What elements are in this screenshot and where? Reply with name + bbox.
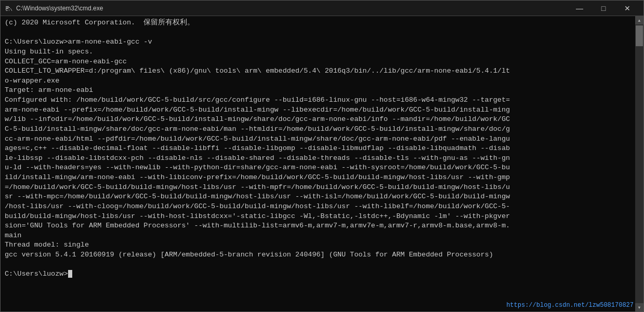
scroll-up-button[interactable]: ▲ [635,16,643,24]
scroll-down-button[interactable]: ▼ [635,303,643,311]
svg-rect-1 [6,6,9,7]
title-bar: C:\ C:\Windows\system32\cmd.exe — □ ✕ [1,1,643,16]
scrollbar[interactable]: ▲ ▼ [635,16,643,311]
window-title: C:\Windows\system32\cmd.exe [16,5,568,12]
content-area: (c) 2020 Microsoft Corporation. 保留所有权利。 … [1,16,643,311]
cmd-window: C:\ C:\Windows\system32\cmd.exe — □ ✕ (c… [0,0,644,312]
cmd-icon: C:\ [5,4,13,12]
close-button[interactable]: ✕ [615,1,639,16]
watermark: https://blog.csdn.net/lzw508170827 [506,302,634,309]
maximize-button[interactable]: □ [592,1,615,16]
window-controls: — □ ✕ [568,1,639,16]
terminal-output[interactable]: (c) 2020 Microsoft Corporation. 保留所有权利。 … [1,16,635,311]
minimize-button[interactable]: — [568,1,592,16]
scroll-thumb[interactable] [636,25,643,46]
svg-text:C:\: C:\ [6,8,12,12]
